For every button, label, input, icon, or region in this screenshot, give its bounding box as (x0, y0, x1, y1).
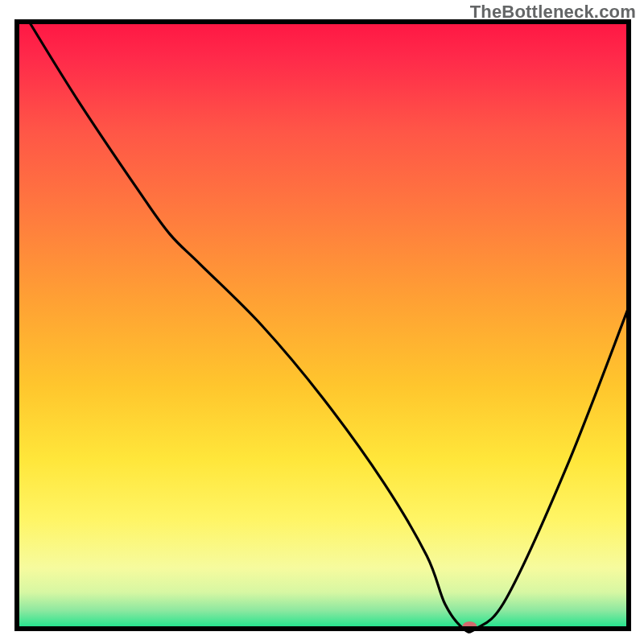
chart-container: TheBottleneck.com (0, 0, 644, 644)
watermark-text: TheBottleneck.com (470, 2, 636, 23)
bottleneck-chart (0, 0, 644, 644)
